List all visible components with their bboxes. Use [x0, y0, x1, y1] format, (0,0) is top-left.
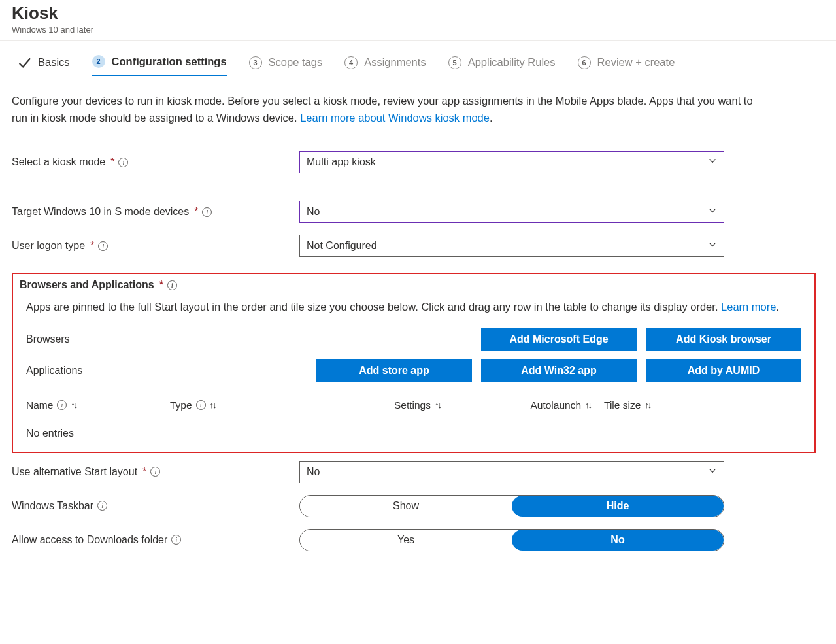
downloads-label: Allow access to Downloads folder i — [12, 534, 299, 546]
col-tile-size[interactable]: Tile size ↑↓ — [604, 399, 715, 411]
taskbar-label: Windows Taskbar i — [12, 500, 299, 512]
info-icon[interactable]: i — [97, 501, 107, 511]
info-icon[interactable]: i — [196, 400, 206, 410]
chevron-down-icon — [708, 156, 717, 168]
learn-more-apps-link[interactable]: Learn more — [721, 301, 776, 313]
chevron-down-icon — [708, 466, 717, 478]
chevron-down-icon — [708, 206, 717, 218]
info-icon[interactable]: i — [171, 535, 181, 545]
taskbar-toggle[interactable]: Show Hide — [299, 495, 724, 517]
sort-icon: ↑↓ — [585, 400, 591, 410]
add-by-aumid-button[interactable]: Add by AUMID — [646, 359, 801, 382]
downloads-yes-option[interactable]: Yes — [300, 530, 512, 551]
downloads-toggle[interactable]: Yes No — [299, 529, 724, 551]
downloads-no-option[interactable]: No — [512, 530, 724, 551]
page-subtitle: Windows 10 and later — [12, 25, 824, 35]
add-kiosk-browser-button[interactable]: Add Kiosk browser — [646, 328, 801, 351]
logon-type-label: User logon type* i — [12, 240, 299, 252]
section-title: Browsers and Applications* i — [20, 279, 808, 291]
page-title: Kiosk — [12, 3, 824, 24]
col-autolaunch[interactable]: Autolaunch ↑↓ — [454, 399, 591, 411]
browsers-apps-section: Browsers and Applications* i Apps are pi… — [12, 273, 816, 453]
info-icon[interactable]: i — [118, 158, 128, 167]
s-mode-select[interactable]: No — [299, 201, 724, 223]
taskbar-hide-option[interactable]: Hide — [512, 496, 724, 517]
sort-icon: ↑↓ — [210, 400, 216, 410]
tab-scope-tags[interactable]: 3 Scope tags — [249, 56, 323, 76]
tab-configuration-settings[interactable]: 2 Configuration settings — [92, 55, 227, 76]
check-icon — [17, 56, 31, 70]
add-microsoft-edge-button[interactable]: Add Microsoft Edge — [481, 328, 637, 351]
intro-text: Configure your devices to run in kiosk m… — [12, 93, 757, 126]
tab-review-create[interactable]: 6 Review + create — [578, 56, 675, 76]
wizard-tabs: Basics 2 Configuration settings 3 Scope … — [0, 41, 836, 77]
taskbar-show-option[interactable]: Show — [300, 496, 512, 517]
tab-basics[interactable]: Basics — [17, 56, 70, 76]
step-number: 3 — [249, 56, 262, 69]
learn-more-kiosk-link[interactable]: Learn more about Windows kiosk mode — [300, 112, 490, 124]
kiosk-mode-select[interactable]: Multi app kiosk — [299, 151, 724, 173]
alt-layout-select[interactable]: No — [299, 461, 724, 483]
section-desc: Apps are pinned to the full Start layout… — [20, 299, 808, 316]
info-icon[interactable]: i — [167, 280, 177, 290]
step-number: 5 — [448, 56, 461, 69]
chevron-down-icon — [708, 240, 717, 252]
tab-assignments[interactable]: 4 Assignments — [344, 56, 426, 76]
add-store-app-button[interactable]: Add store app — [316, 359, 472, 382]
sort-icon: ↑↓ — [435, 400, 441, 410]
sort-icon: ↑↓ — [71, 400, 76, 410]
apps-table-empty: No entries — [20, 418, 808, 449]
step-number: 2 — [92, 55, 105, 68]
browsers-label: Browsers — [26, 333, 248, 345]
sort-icon: ↑↓ — [644, 400, 650, 410]
info-icon[interactable]: i — [202, 207, 212, 217]
applications-label: Applications — [26, 365, 248, 377]
kiosk-mode-label: Select a kiosk mode* i — [12, 156, 299, 168]
col-name[interactable]: Name i ↑↓ — [26, 399, 157, 411]
tab-applicability-rules[interactable]: 5 Applicability Rules — [448, 56, 556, 76]
info-icon[interactable]: i — [98, 241, 108, 251]
step-number: 4 — [344, 56, 358, 69]
apps-table-header: Name i ↑↓ Type i ↑↓ Settings ↑↓ Autola — [20, 390, 808, 418]
add-win32-app-button[interactable]: Add Win32 app — [481, 359, 637, 382]
s-mode-label: Target Windows 10 in S mode devices* i — [12, 206, 299, 218]
alt-layout-label: Use alternative Start layout* i — [12, 466, 299, 478]
logon-type-select[interactable]: Not Configured — [299, 235, 724, 257]
step-number: 6 — [578, 56, 591, 69]
col-type[interactable]: Type i ↑↓ — [170, 399, 294, 411]
info-icon[interactable]: i — [150, 467, 160, 477]
col-settings[interactable]: Settings ↑↓ — [307, 399, 441, 411]
info-icon[interactable]: i — [57, 400, 67, 410]
